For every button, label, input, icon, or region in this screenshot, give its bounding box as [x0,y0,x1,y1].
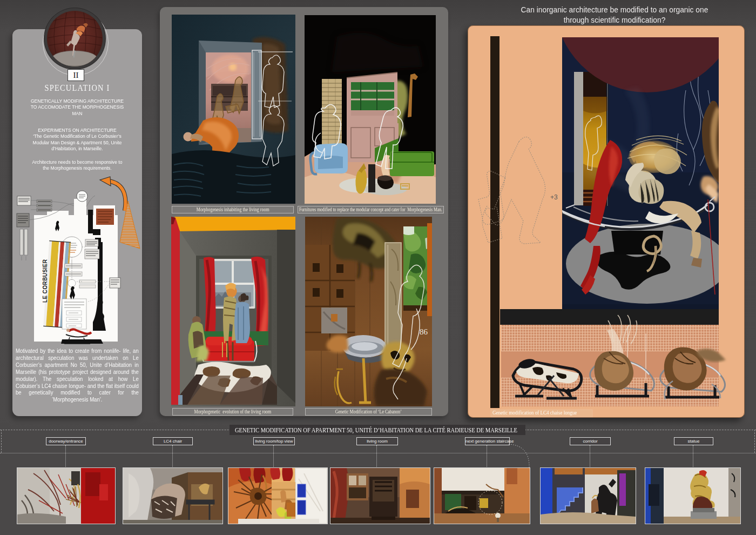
svg-text:86: 86 [420,327,428,336]
svg-text:+3: +3 [550,193,558,201]
svg-text:LE CORBUSIER: LE CORBUSIER [42,259,48,303]
